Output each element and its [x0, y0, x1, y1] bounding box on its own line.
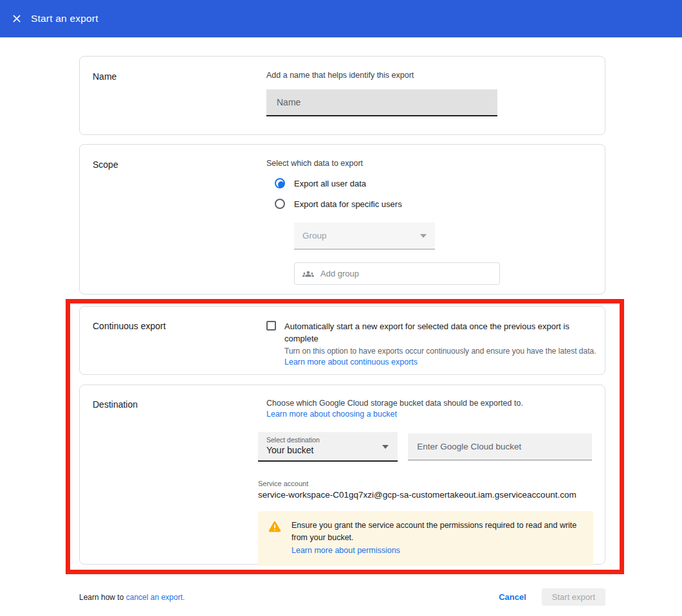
permissions-warning: Ensure you grant the service account the… — [258, 511, 593, 566]
dialog-title: Start an export — [31, 13, 98, 24]
destination-helper-text: Choose which Google Cloud storage bucket… — [266, 399, 592, 408]
destination-select-value: Your bucket — [266, 445, 390, 455]
group-dropdown-placeholder: Group — [302, 231, 327, 240]
add-group-input[interactable] — [320, 269, 492, 278]
warning-icon — [268, 521, 281, 532]
bucket-learn-more-link[interactable]: Learn more about choosing a bucket — [266, 410, 397, 419]
scope-card: Scope Select which data to export Export… — [79, 144, 605, 294]
export-name-input[interactable] — [266, 89, 497, 116]
add-group-field[interactable] — [294, 262, 500, 285]
cancel-export-link[interactable]: cancel an export. — [126, 593, 185, 602]
continuous-card-label: Continuous export — [93, 320, 266, 359]
continuous-export-option[interactable]: Automatically start a new export for sel… — [266, 320, 592, 345]
name-card-label: Name — [93, 71, 266, 119]
close-button[interactable] — [4, 6, 30, 32]
continuous-learn-more-link[interactable]: Learn more about continuous exports — [284, 358, 418, 367]
scope-card-label: Scope — [93, 159, 266, 278]
radio-label: Export all user data — [294, 179, 366, 188]
radio-export-specific-users[interactable]: Export data for specific users — [275, 199, 592, 209]
warning-text: Ensure you grant the service account the… — [291, 520, 583, 544]
permissions-learn-more-link[interactable]: Learn more about permissions — [291, 545, 400, 557]
radio-label: Export data for specific users — [294, 199, 402, 209]
dialog-header: Start an export — [0, 0, 682, 37]
continuous-export-card: Continuous export Automatically start a … — [79, 306, 605, 375]
service-account-value: service-workspace-C01gq7xzi@gcp-sa-custo… — [258, 490, 592, 500]
start-export-dialog: Start an export Name Add a name that hel… — [0, 0, 682, 616]
group-dropdown[interactable]: Group — [294, 222, 435, 249]
dialog-footer: Learn how to cancel an export. Cancel St… — [79, 588, 605, 606]
close-icon — [12, 14, 22, 24]
destination-select-label: Select destination — [266, 436, 390, 444]
footer-help-text: Learn how to — [79, 593, 126, 602]
radio-unselected-icon[interactable] — [275, 199, 285, 209]
checkbox-unchecked-icon[interactable] — [266, 321, 276, 331]
destination-card: Destination Choose which Google Cloud st… — [79, 385, 605, 565]
name-card: Name Add a name that helps identify this… — [79, 56, 605, 135]
scope-helper-text: Select which data to export — [266, 159, 592, 168]
continuous-description: Turn on this option to have exports occu… — [284, 347, 592, 356]
groups-icon — [302, 268, 314, 280]
radio-export-all-users[interactable]: Export all user data — [275, 178, 592, 188]
radio-selected-icon[interactable] — [275, 178, 285, 188]
cancel-button[interactable]: Cancel — [493, 588, 531, 606]
destination-select[interactable]: Select destination Your bucket — [258, 432, 398, 462]
chevron-down-icon — [382, 445, 389, 449]
destination-card-label: Destination — [93, 399, 266, 548]
annotation-rectangle: Continuous export Automatically start a … — [66, 299, 624, 574]
bucket-name-input[interactable] — [408, 433, 592, 460]
checkbox-label: Automatically start a new export for sel… — [284, 320, 592, 345]
service-account-label: Service account — [258, 480, 592, 487]
chevron-down-icon — [420, 234, 427, 238]
name-helper-text: Add a name that helps identify this expo… — [266, 71, 592, 80]
start-export-button[interactable]: Start export — [542, 588, 605, 606]
